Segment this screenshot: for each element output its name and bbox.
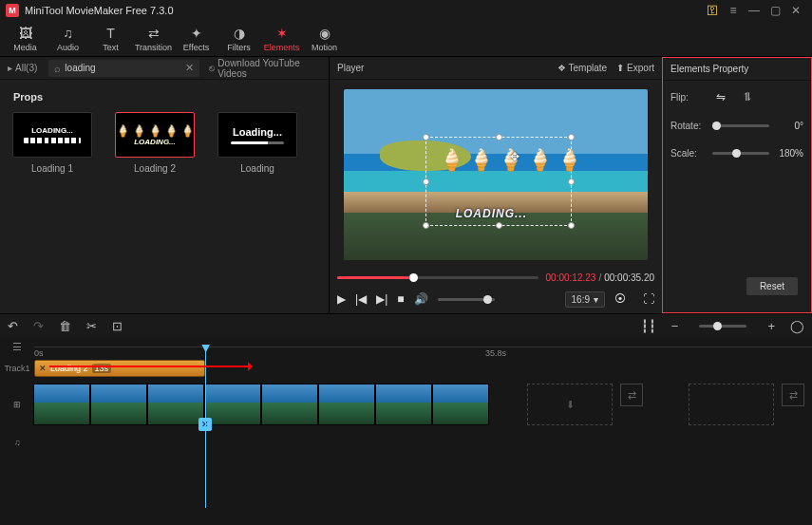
asset-thumb[interactable]: LOADING...Loading 1: [9, 112, 95, 174]
resize-handle[interactable]: [423, 178, 429, 185]
tab-elements[interactable]: ✶Elements: [260, 21, 303, 56]
stop-button[interactable]: ■: [397, 292, 404, 306]
resize-handle[interactable]: [496, 222, 502, 229]
video-clip[interactable]: [261, 384, 318, 425]
zoom-out-button[interactable]: −: [671, 319, 679, 333]
thumb-preview: LOADING...: [12, 112, 92, 158]
video-track-icon[interactable]: ⊞: [0, 400, 33, 409]
key-icon[interactable]: ⚿: [702, 0, 723, 21]
flip-vertical-button[interactable]: ⥮: [743, 90, 752, 103]
video-clip[interactable]: [432, 384, 489, 425]
zoom-in-button[interactable]: +: [767, 319, 775, 333]
current-time: 00:00:12.23: [546, 272, 596, 283]
download-youtube-button[interactable]: ⎋Download YouTube Videos: [203, 58, 329, 79]
seek-handle[interactable]: [409, 273, 418, 282]
zoom-fit-button[interactable]: ◯: [790, 319, 804, 333]
resize-handle[interactable]: [568, 134, 575, 141]
redo-button[interactable]: ↷: [33, 319, 44, 333]
play-button[interactable]: ▶: [337, 292, 346, 306]
player-timebar: 00:00:12.23 / 00:00:35.20: [330, 270, 662, 285]
template-icon: ❖: [557, 63, 566, 73]
search-input[interactable]: [65, 63, 185, 73]
zoom-slider[interactable]: [699, 325, 746, 328]
aspect-ratio-select[interactable]: 16:9▾: [565, 291, 605, 308]
tab-media[interactable]: 🖼Media: [4, 21, 47, 56]
tab-label: Elements: [264, 43, 300, 52]
video-clip[interactable]: [33, 384, 90, 425]
minimize-icon[interactable]: —: [744, 0, 765, 21]
template-button[interactable]: ❖Template: [557, 63, 608, 73]
reset-button[interactable]: Reset: [746, 277, 798, 295]
tab-label: Effects: [183, 43, 209, 52]
rotate-slider[interactable]: [712, 124, 769, 127]
player-seek-track[interactable]: [337, 276, 538, 279]
maximize-icon[interactable]: ▢: [765, 0, 785, 21]
thumb-caption: Loading: [240, 163, 274, 174]
motion-icon: ◉: [319, 26, 330, 41]
rotate-handle[interactable]: [712, 122, 721, 130]
volume-handle[interactable]: [483, 295, 492, 304]
audio-track[interactable]: [34, 427, 812, 458]
menu-icon[interactable]: ≡: [723, 0, 744, 21]
crop-button[interactable]: ⊡: [112, 319, 123, 333]
timeline: ☰ 0s 35.8s Track1 ✕ Loading 2 13s ⊞ ⬇⇄⇄ …: [0, 338, 812, 525]
timeline-settings-icon[interactable]: ┇┇: [641, 319, 656, 333]
drop-slot[interactable]: [689, 384, 774, 425]
elements-icon: ✶: [276, 26, 288, 41]
resize-handle[interactable]: [568, 178, 575, 185]
video-track[interactable]: ⬇⇄⇄: [33, 384, 812, 425]
volume-icon[interactable]: 🔊: [414, 292, 428, 306]
video-clip[interactable]: [147, 384, 204, 425]
tab-effects[interactable]: ✦Effects: [175, 21, 217, 56]
audio-track-icon[interactable]: ♫: [0, 438, 34, 447]
split-button[interactable]: ✂: [86, 319, 97, 333]
delete-button[interactable]: 🗑: [59, 319, 71, 333]
tab-transition[interactable]: ⇄Transition: [132, 21, 175, 56]
flip-horizontal-button[interactable]: ⇋: [716, 90, 726, 103]
timeline-options-icon[interactable]: ☰: [0, 341, 34, 353]
timeline-ruler[interactable]: 0s 35.8s: [34, 347, 812, 347]
zoom-handle[interactable]: [713, 322, 722, 330]
resize-handle[interactable]: [423, 222, 429, 229]
scale-value: 180%: [775, 148, 803, 159]
app-title: MiniTool MovieMaker Free 7.3.0: [25, 5, 174, 16]
clear-search-icon[interactable]: ✕: [185, 62, 194, 74]
transition-slot[interactable]: ⇄: [620, 384, 643, 406]
rotate-value: 0°: [775, 121, 803, 131]
tab-text[interactable]: TText: [89, 21, 132, 56]
volume-slider[interactable]: [438, 298, 495, 301]
video-clip[interactable]: [375, 384, 432, 425]
tab-audio[interactable]: ♫Audio: [47, 21, 89, 56]
fullscreen-button[interactable]: ⛶: [643, 292, 654, 306]
snapshot-button[interactable]: ⦿: [614, 292, 626, 306]
video-clip[interactable]: [318, 384, 375, 425]
resize-handle[interactable]: [423, 134, 429, 141]
export-button[interactable]: ⬆Export: [616, 63, 654, 73]
element-text: LOADING...: [456, 207, 527, 220]
tab-filters[interactable]: ◑Filters: [217, 21, 260, 56]
close-icon[interactable]: ✕: [785, 0, 806, 21]
drop-slot[interactable]: ⬇: [527, 384, 613, 425]
section-title: Props: [13, 91, 319, 103]
prev-frame-button[interactable]: |◀: [355, 292, 367, 306]
resize-handle[interactable]: [496, 134, 502, 141]
asset-thumb[interactable]: Loading...Loading: [215, 112, 300, 174]
tab-label: Transition: [135, 43, 172, 52]
tab-motion[interactable]: ◉Motion: [303, 21, 346, 56]
scale-slider[interactable]: [712, 152, 769, 155]
undo-button[interactable]: ↶: [8, 319, 18, 333]
all-filter-button[interactable]: ▸ All(3): [0, 63, 45, 73]
playhead[interactable]: [205, 347, 206, 508]
video-clip[interactable]: [90, 384, 147, 425]
video-preview[interactable]: 🍦🍦🍦🍦🍦 ✥ LOADING...: [344, 89, 648, 260]
asset-browser: ▸ All(3) ⌕ ✕ ⎋Download YouTube Videos Pr…: [0, 57, 329, 313]
element-clip[interactable]: ✕ Loading 2 13s: [34, 360, 205, 377]
resize-handle[interactable]: [568, 222, 575, 229]
asset-thumb[interactable]: 🍦🍦🍦🍦🍦LOADING...Loading 2: [112, 112, 198, 174]
video-clip[interactable]: [204, 384, 261, 425]
transition-icon: ⇄: [148, 26, 160, 41]
element-selection-box[interactable]: 🍦🍦🍦🍦🍦 ✥ LOADING...: [425, 137, 572, 226]
scale-handle[interactable]: [732, 149, 741, 158]
next-frame-button[interactable]: ▶|: [376, 292, 387, 306]
transition-slot[interactable]: ⇄: [782, 384, 804, 406]
